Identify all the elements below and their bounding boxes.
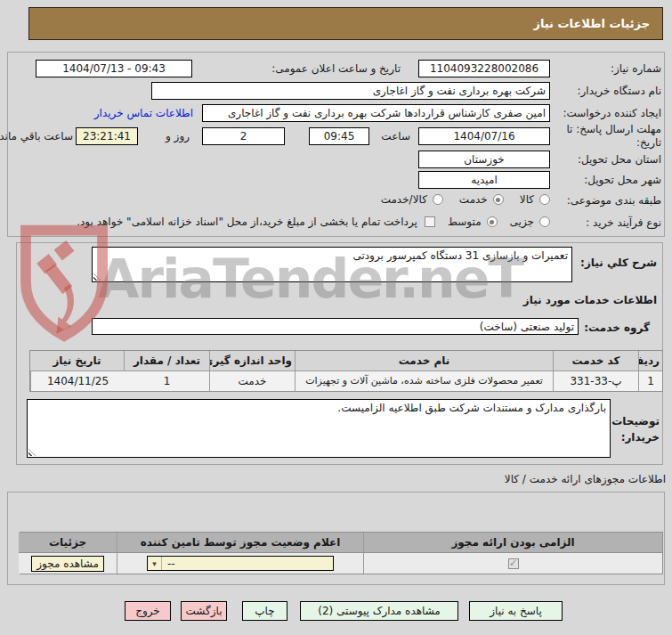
city-input[interactable]: امیدیه bbox=[418, 171, 550, 189]
treasury-checkbox[interactable] bbox=[425, 216, 435, 227]
radio-goods[interactable] bbox=[539, 194, 550, 205]
col-header-unit: واحد اندازه گیری bbox=[210, 351, 296, 371]
col-header-quantity: تعداد / مقدار bbox=[125, 351, 210, 371]
radio-medium[interactable] bbox=[487, 216, 498, 227]
deadline-date-input[interactable]: 1404/07/16 bbox=[418, 127, 550, 145]
need-desc-label: شرح کلي نیاز: bbox=[580, 256, 657, 269]
buyer-notes-label-line2: خریدار: bbox=[621, 431, 660, 444]
deadline-hour-label: ساعت bbox=[381, 130, 410, 142]
classification-label: طبقه بندی موضوعی: bbox=[567, 194, 661, 207]
radio-service-label: خدمت bbox=[459, 193, 488, 206]
radio-partial-label: جزیی bbox=[510, 216, 534, 228]
buyer-org-label: نام دستگاه خریدار: bbox=[578, 85, 662, 97]
col-header-license-required: الزامی بودن ارائه مجوز bbox=[364, 533, 662, 553]
services-info-header: اطلاعات خدمات مورد نیاز bbox=[523, 294, 657, 306]
license-table-header-row: الزامی بودن ارائه مجوز اعلام وضعیت مجوز … bbox=[20, 533, 662, 553]
col-header-service-code: کد خدمت bbox=[554, 351, 639, 371]
need-number-input[interactable]: 1104093228002086 bbox=[418, 60, 550, 77]
cell-need-date: 1404/11/25 bbox=[30, 371, 125, 391]
cell-service-name: تعمیر محصولات فلزی ساخته شده، ماشین آلات… bbox=[296, 371, 554, 391]
hours-remaining-label: ساعت باقي مانده bbox=[0, 130, 73, 142]
page-title: جزئیات اطلاعات نیاز bbox=[533, 17, 650, 30]
service-group-label: گروه خدمت: bbox=[584, 322, 650, 334]
cell-service-code: پ-33-331 bbox=[554, 371, 639, 391]
city-label: شهر محل تحویل: bbox=[584, 174, 661, 186]
view-attached-docs-button[interactable]: مشاهده مدارک پیوستی (2) bbox=[300, 601, 458, 621]
radio-partial[interactable] bbox=[539, 216, 550, 227]
need-desc-textarea[interactable]: تعمیرات و بازسازی 31 دستگاه کمپرسور برود… bbox=[92, 247, 572, 282]
cell-row-number: 1 bbox=[639, 371, 662, 391]
province-input[interactable]: خوزستان bbox=[418, 151, 550, 168]
deadline-label-line2: تاریخ: bbox=[636, 136, 661, 149]
deadline-time-input[interactable]: 09:45 bbox=[309, 127, 369, 145]
license-required-checkbox: ✓ bbox=[508, 558, 519, 569]
radio-medium-label: متوسط bbox=[448, 216, 482, 228]
col-header-need-date: تاریخ نیاز bbox=[30, 351, 125, 371]
classification-options: کالا خدمت کالا/خدمت bbox=[381, 193, 550, 206]
process-type-label: نوع فرآیند خرید : bbox=[586, 216, 661, 229]
resize-handle-icon[interactable] bbox=[93, 273, 101, 281]
col-header-row-number: ردیف bbox=[639, 351, 662, 371]
view-license-button[interactable]: مشاهده مجوز bbox=[31, 556, 104, 572]
buyer-org-input[interactable]: شرکت بهره برداری نفت و گاز اغاجاری bbox=[151, 82, 550, 100]
service-table-header-row: ردیف کد خدمت نام خدمت واحد اندازه گیری ت… bbox=[30, 351, 662, 371]
col-header-service-name: نام خدمت bbox=[296, 351, 554, 371]
announce-datetime-input[interactable]: 1404/07/13 - 09:43 bbox=[36, 60, 192, 77]
col-header-license-status: اعلام وضعیت مجوز توسط تامین کننده bbox=[117, 533, 364, 553]
chevron-down-icon: ▾ bbox=[148, 557, 162, 570]
buyer-notes-text: بارگذاری مدارک و مستندات شرکت طبق اطلاعی… bbox=[337, 402, 606, 414]
buyer-notes-textarea[interactable]: بارگذاری مدارک و مستندات شرکت طبق اطلاعی… bbox=[27, 399, 611, 458]
creator-input[interactable]: امین صفری کارشناس قراردادها شرکت بهره بر… bbox=[202, 104, 550, 122]
radio-goods-service-label: کالا/خدمت bbox=[381, 193, 427, 206]
license-table: الزامی بودن ارائه مجوز اعلام وضعیت مجوز … bbox=[20, 532, 663, 574]
days-remaining-input[interactable]: 2 bbox=[202, 127, 285, 145]
need-details-page: { "page": { "title": "جزئیات اطلاعات نیا… bbox=[0, 0, 672, 635]
service-group-input[interactable]: تولید صنعتی (ساخت) bbox=[92, 318, 579, 335]
days-label: روز و bbox=[166, 130, 190, 142]
deadline-label-line1: مهلت ارسال پاسخ: تا bbox=[566, 123, 661, 135]
countdown-timer: 23:21:41 bbox=[76, 127, 138, 145]
buyer-contact-link[interactable]: اطلاعات تماس خریدار bbox=[94, 107, 193, 119]
print-button[interactable]: چاپ bbox=[242, 601, 287, 621]
service-table-row: 1 پ-33-331 تعمیر محصولات فلزی ساخته شده،… bbox=[30, 371, 662, 391]
service-items-table: ردیف کد خدمت نام خدمت واحد اندازه گیری ت… bbox=[29, 350, 663, 392]
creator-label: ایجاد کننده درخواست: bbox=[563, 107, 661, 119]
province-label: استان محل تحویل: bbox=[578, 153, 661, 166]
cell-unit: خدمت bbox=[210, 371, 296, 391]
announce-datetime-label: تاریخ و ساعت اعلان عمومی: bbox=[271, 62, 401, 75]
col-header-details: جزئیات bbox=[19, 533, 117, 553]
process-type-options: جزیی متوسط پرداخت تمام یا بخشی از مبلغ خ… bbox=[77, 216, 550, 228]
license-table-row: ✓ -- ▾ مشاهده مجوز bbox=[20, 553, 662, 574]
back-button[interactable]: بازگشت bbox=[181, 601, 227, 621]
need-desc-text: تعمیرات و بازسازی 31 دستگاه کمپرسور برود… bbox=[352, 249, 568, 262]
license-section-header: اطلاعات مجوزهای ارائه خدمت / کالا bbox=[505, 473, 666, 485]
radio-goods-service[interactable] bbox=[433, 194, 443, 205]
cell-quantity: 1 bbox=[125, 371, 210, 391]
license-status-value: -- bbox=[162, 558, 333, 570]
page-title-bar: جزئیات اطلاعات نیاز bbox=[28, 7, 663, 40]
need-number-label: شماره نیاز: bbox=[611, 62, 661, 75]
respond-to-need-button[interactable]: پاسخ به نیاز bbox=[469, 601, 563, 621]
buyer-notes-label-line1: توضیحات bbox=[611, 415, 660, 427]
exit-button[interactable]: خروج bbox=[125, 601, 171, 621]
treasury-note: پرداخت تمام یا بخشی از مبلغ خرید،از محل … bbox=[77, 216, 417, 228]
radio-service[interactable] bbox=[493, 194, 504, 205]
radio-goods-label: کالا bbox=[520, 193, 534, 206]
license-status-select[interactable]: -- ▾ bbox=[147, 556, 334, 571]
resize-handle-icon[interactable] bbox=[28, 449, 36, 456]
